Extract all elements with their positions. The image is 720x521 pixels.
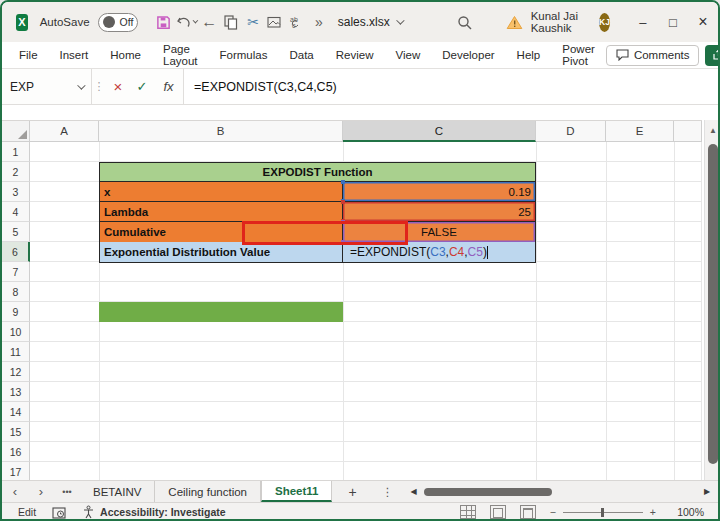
zoom-out-icon[interactable]: − (550, 506, 556, 518)
result-label-cell[interactable]: Exponential Distribution Value (100, 242, 343, 262)
label-cell[interactable]: Lambda (100, 202, 343, 221)
column-header-c[interactable]: C (343, 121, 536, 142)
ribbon-tab-developer[interactable]: Developer (431, 42, 505, 68)
ribbon-tab-data[interactable]: Data (278, 42, 324, 68)
value-cell[interactable]: 25 (343, 202, 535, 221)
row-header-8[interactable]: 8 (2, 282, 30, 302)
column-header-e[interactable]: E (606, 121, 674, 142)
page-break-view-icon[interactable] (520, 505, 536, 519)
name-box[interactable]: EXP (2, 69, 92, 104)
page-layout-view-icon[interactable] (490, 505, 506, 519)
scroll-right-icon[interactable]: ▶ (700, 487, 714, 496)
formula-input[interactable]: =EXPONDIST(C3,C4,C5) (184, 69, 718, 104)
row-header-10[interactable]: 10 (2, 322, 30, 342)
row-header-5[interactable]: 5 (2, 222, 30, 242)
comments-button[interactable]: Comments (606, 45, 700, 66)
row-header-14[interactable]: 14 (2, 402, 30, 422)
row-header-15[interactable]: 15 (2, 422, 30, 442)
column-header-partial[interactable] (674, 121, 702, 142)
vertical-scroll-thumb[interactable] (708, 144, 718, 464)
zoom-slider-thumb[interactable] (601, 508, 604, 517)
undo-icon[interactable] (176, 10, 196, 34)
maximize-button[interactable]: □ (658, 2, 688, 42)
accessibility-icon[interactable] (82, 505, 95, 519)
warning-icon[interactable] (506, 15, 523, 30)
row-header-7[interactable]: 7 (2, 262, 30, 282)
search-icon[interactable] (456, 10, 474, 34)
ribbon-tab-review[interactable]: Review (325, 42, 385, 68)
cancel-formula-icon[interactable]: × (106, 69, 130, 104)
copy-icon[interactable] (222, 10, 240, 34)
green-filled-cell-b9[interactable] (99, 302, 343, 322)
prev-sheet-icon[interactable]: ‹ (2, 481, 28, 502)
more-commands-icon[interactable]: » (310, 10, 328, 34)
normal-view-icon[interactable] (460, 505, 476, 519)
column-header-d[interactable]: D (536, 121, 606, 142)
ribbon-tab-help[interactable]: Help (506, 42, 552, 68)
scroll-left-icon[interactable]: ◀ (406, 487, 420, 496)
ribbon-tab-page-layout[interactable]: Page Layout (152, 42, 209, 68)
filename-dropdown-icon[interactable] (396, 16, 404, 24)
document-title[interactable]: sales.xlsx (338, 15, 402, 29)
active-formula-cell[interactable]: =EXPONDIST(C3,C4,C5) (343, 242, 535, 262)
ribbon-tab-view[interactable]: View (384, 42, 431, 68)
paste-picture-icon[interactable] (266, 10, 284, 34)
row-header-17[interactable]: 17 (2, 462, 30, 480)
ribbon-tab-power-pivot[interactable]: Power Pivot (551, 42, 606, 68)
select-all-corner[interactable] (2, 121, 30, 142)
row-header-6[interactable]: 6 (2, 242, 30, 262)
row-header-1[interactable]: 1 (2, 142, 30, 162)
table-title-cell[interactable]: EXPODIST Function (100, 163, 535, 182)
autosave-toggle[interactable]: Off (98, 13, 139, 32)
minimize-button[interactable]: – (628, 2, 658, 42)
name-box-dropdown-icon[interactable] (77, 81, 85, 89)
back-arrow-icon[interactable]: ← (200, 10, 218, 34)
enter-formula-icon[interactable]: ✓ (130, 69, 154, 104)
column-header-a[interactable]: A (30, 121, 99, 142)
zoom-in-icon[interactable]: + (650, 506, 656, 518)
excel-logo-icon[interactable]: X (16, 14, 28, 31)
sheet-tab-betainv[interactable]: BETAINV (80, 481, 155, 502)
row-header-11[interactable]: 11 (2, 342, 30, 362)
more-sheets-icon[interactable]: ••• (54, 481, 80, 502)
row-header-3[interactable]: 3 (2, 182, 30, 202)
undo-dropdown-icon[interactable] (193, 18, 199, 24)
sheet-tab-sheet11[interactable]: Sheet11 (261, 481, 332, 502)
share-button[interactable] (705, 45, 720, 66)
next-sheet-icon[interactable]: › (28, 481, 54, 502)
user-name[interactable]: Kunal Jai Kaushik (531, 10, 583, 34)
vertical-scrollbar[interactable]: ▲ (704, 120, 720, 480)
value-cell[interactable]: 0.19 (343, 182, 535, 201)
ribbon-tab-file[interactable]: File (8, 42, 49, 68)
zoom-slider[interactable] (563, 512, 643, 513)
column-header-b[interactable]: B (99, 121, 343, 142)
row-header-4[interactable]: 4 (2, 202, 30, 222)
row-header-2[interactable]: 2 (2, 162, 30, 182)
find-replace-icon[interactable]: abc (288, 10, 306, 34)
row-header-12[interactable]: 12 (2, 362, 30, 382)
zoom-level[interactable]: 100% (670, 506, 704, 518)
sheet-tab-ceiling-function[interactable]: Ceiling function (155, 481, 261, 502)
ribbon-tab-insert[interactable]: Insert (49, 42, 100, 68)
row-header-13[interactable]: 13 (2, 382, 30, 402)
scroll-up-icon[interactable]: ▲ (705, 120, 720, 140)
table-row: x0.19 (100, 182, 535, 202)
user-avatar[interactable]: KJ (599, 13, 610, 32)
horizontal-scroll-thumb[interactable] (424, 488, 552, 496)
label-cell[interactable]: x (100, 182, 343, 201)
save-icon[interactable] (154, 10, 172, 34)
cut-icon[interactable]: ✂ (244, 10, 262, 34)
tab-menu-icon[interactable]: ⋮ (372, 481, 402, 502)
horizontal-scroll-track[interactable] (420, 487, 700, 497)
comments-label: Comments (634, 49, 690, 61)
ribbon-tab-home[interactable]: Home (99, 42, 152, 68)
close-button[interactable]: × (688, 2, 718, 42)
macro-record-icon[interactable] (52, 506, 66, 519)
horizontal-scrollbar[interactable]: ◀ ▶ (402, 481, 718, 502)
row-header-9[interactable]: 9 (2, 302, 30, 322)
add-sheet-button[interactable]: + (332, 481, 372, 502)
ribbon-tab-formulas[interactable]: Formulas (209, 42, 279, 68)
insert-function-icon[interactable]: fx (154, 69, 184, 104)
accessibility-status[interactable]: Accessibility: Investigate (100, 506, 225, 518)
row-header-16[interactable]: 16 (2, 442, 30, 462)
